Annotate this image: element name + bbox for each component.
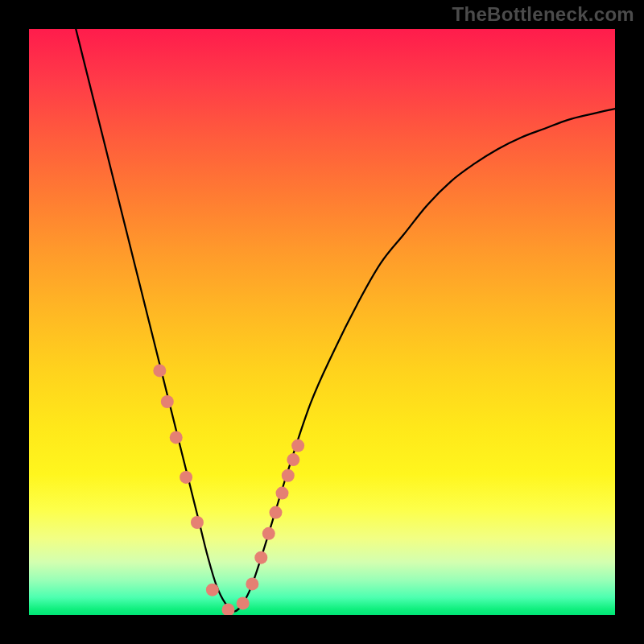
bead-marker xyxy=(161,395,174,408)
bead-marker xyxy=(291,440,304,452)
plot-area xyxy=(29,29,615,615)
highlight-beads xyxy=(153,364,304,615)
bead-marker xyxy=(269,506,282,519)
bead-marker xyxy=(254,551,267,564)
curve-svg xyxy=(29,29,615,615)
bead-marker xyxy=(170,431,183,444)
chart-canvas: TheBottleneck.com xyxy=(0,0,644,644)
bead-marker xyxy=(246,577,258,590)
bead-marker xyxy=(206,584,219,597)
bead-marker xyxy=(191,516,204,529)
bead-marker xyxy=(153,364,166,377)
watermark-label: TheBottleneck.com xyxy=(452,3,634,26)
bottleneck-curve xyxy=(76,29,615,612)
bead-marker xyxy=(287,453,299,466)
bead-marker xyxy=(282,469,295,482)
bead-marker xyxy=(222,603,235,615)
bead-marker xyxy=(276,487,289,500)
bead-marker xyxy=(180,471,192,484)
bead-marker xyxy=(262,527,275,540)
bead-marker xyxy=(237,597,250,609)
